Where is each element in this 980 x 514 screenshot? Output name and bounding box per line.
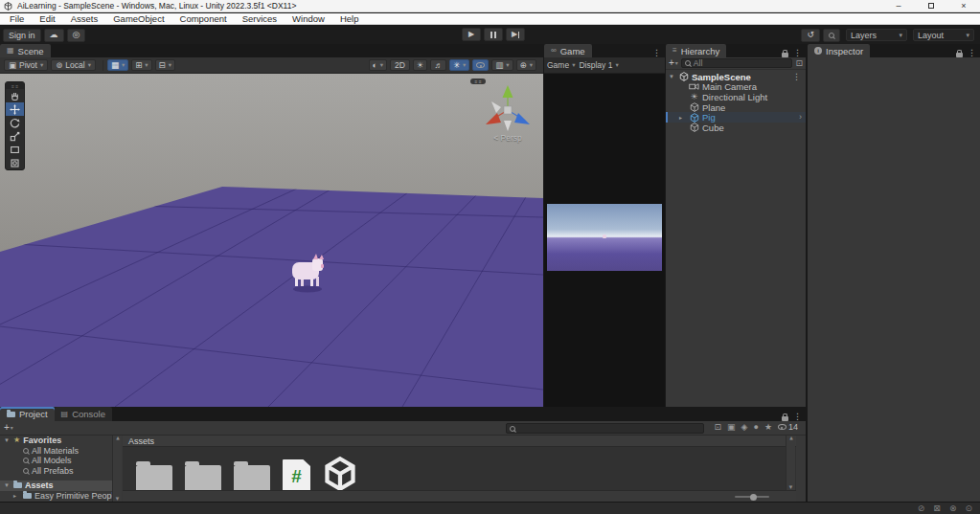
open-in-search-icon[interactable]: ⊡ bbox=[714, 423, 721, 432]
services-button[interactable]: ◎ bbox=[67, 29, 86, 42]
foldout-icon[interactable]: ▼ bbox=[4, 437, 10, 443]
tab-hierarchy[interactable]: ≡ Hierarchy bbox=[666, 44, 726, 57]
perspective-label[interactable]: < Persp bbox=[477, 133, 538, 143]
maximize-button[interactable] bbox=[915, 0, 947, 11]
gizmos-dropdown[interactable]: ⊕▾ bbox=[516, 59, 536, 71]
foldout-icon[interactable]: ▸ bbox=[679, 115, 682, 121]
pause-button[interactable] bbox=[484, 28, 503, 41]
game-mode-dropdown[interactable]: Game▾ bbox=[547, 60, 575, 70]
save-search-star-icon[interactable]: ★ bbox=[764, 423, 772, 432]
thumbnail-zoom-slider[interactable] bbox=[735, 496, 769, 498]
hierarchy-item-main-camera[interactable]: Main Camera bbox=[666, 82, 806, 93]
type-filter-icon[interactable]: ▣ bbox=[727, 423, 736, 432]
camera-settings-dropdown[interactable]: ▥▾ bbox=[491, 59, 513, 71]
foldout-icon[interactable]: ▼ bbox=[4, 482, 10, 488]
step-button[interactable]: ▶ bbox=[506, 28, 525, 41]
snap-settings-dropdown[interactable]: ⊞▾ bbox=[131, 59, 151, 71]
menu-file[interactable]: File bbox=[2, 13, 32, 24]
create-asset-button[interactable]: +▾ bbox=[4, 423, 13, 433]
status-activity-icon[interactable]: ⊠ bbox=[933, 504, 941, 513]
status-mute-icon[interactable]: ⊘ bbox=[918, 504, 925, 513]
menu-gameobject[interactable]: GameObject bbox=[105, 13, 171, 24]
tab-game[interactable]: ∞ Game bbox=[544, 44, 592, 57]
cloud-button[interactable]: ☁ bbox=[44, 29, 64, 42]
audio-toggle[interactable]: ♬ bbox=[430, 59, 446, 71]
lock-icon[interactable] bbox=[956, 53, 963, 57]
tab-project[interactable]: Project bbox=[0, 407, 55, 421]
move-tool[interactable] bbox=[6, 102, 24, 116]
tab-inspector[interactable]: i Inspector bbox=[808, 44, 870, 57]
menu-help[interactable]: Help bbox=[332, 13, 367, 24]
assets-root[interactable]: ▼ Assets bbox=[0, 480, 121, 491]
kebab-menu-icon[interactable]: ⋮ bbox=[793, 49, 802, 57]
foldout-icon[interactable]: ▼ bbox=[669, 74, 674, 79]
orientation-gizmo[interactable] bbox=[479, 81, 536, 137]
chevron-right-icon[interactable]: › bbox=[799, 113, 802, 122]
favorites-all-materials[interactable]: All Materials bbox=[0, 446, 121, 457]
status-progress-icon[interactable]: ⊙ bbox=[965, 504, 972, 513]
play-button[interactable]: ▶ bbox=[462, 28, 481, 41]
preset-icon[interactable]: ● bbox=[753, 423, 758, 432]
hierarchy-item-plane[interactable]: Plane bbox=[666, 102, 806, 113]
asset-folder[interactable] bbox=[185, 465, 221, 493]
layout-dropdown[interactable]: Layout▾ bbox=[913, 29, 974, 41]
align-tools-dropdown[interactable]: ⊟▾ bbox=[155, 59, 175, 71]
kebab-menu-icon[interactable]: ⋮ bbox=[792, 73, 801, 81]
hierarchy-item-pig[interactable]: ▸ Pig › bbox=[666, 112, 806, 123]
grid-visibility-dropdown[interactable]: ▦▾ bbox=[107, 59, 128, 71]
hidden-packages-toggle[interactable]: 14 bbox=[778, 422, 798, 432]
sidebar-scrollbar[interactable]: ▼ ▼ bbox=[112, 436, 122, 502]
favorites-all-prefabs[interactable]: All Prefabs bbox=[0, 466, 121, 477]
tab-scene[interactable]: ▦ Scene bbox=[0, 44, 51, 57]
menu-services[interactable]: Services bbox=[235, 13, 285, 24]
local-dropdown[interactable]: ⊚ Local▾ bbox=[51, 59, 96, 71]
hierarchy-root-samplescene[interactable]: ▼ SampleScene ⋮ bbox=[666, 72, 806, 82]
overlay-drag-handle[interactable]: ≡ ≡ bbox=[6, 82, 24, 89]
kebab-menu-icon[interactable]: ⋮ bbox=[793, 413, 802, 421]
close-button[interactable]: × bbox=[947, 0, 980, 11]
menu-window[interactable]: Window bbox=[285, 13, 332, 24]
transform-tool[interactable] bbox=[6, 156, 24, 169]
asset-folder[interactable] bbox=[136, 465, 172, 493]
content-scrollbar[interactable]: ▼ ▼ bbox=[786, 436, 795, 490]
undo-history-button[interactable]: ↺ bbox=[801, 29, 820, 42]
rect-tool[interactable] bbox=[6, 143, 24, 156]
favorites-all-models[interactable]: All Models bbox=[0, 456, 121, 466]
hierarchy-search-input[interactable]: All bbox=[681, 58, 793, 68]
hand-tool[interactable] bbox=[6, 89, 24, 102]
search-picker-icon[interactable]: ⊡ bbox=[795, 59, 803, 68]
scale-tool[interactable] bbox=[6, 129, 24, 143]
2d-toggle[interactable]: 2D bbox=[390, 59, 410, 71]
foldout-icon[interactable]: ▸ bbox=[13, 493, 16, 499]
shading-mode-dropdown[interactable]: ◐▾ bbox=[369, 59, 387, 71]
create-object-button[interactable]: +▾ bbox=[669, 58, 678, 68]
display-dropdown[interactable]: Display 1▾ bbox=[579, 60, 618, 70]
favorites-root[interactable]: ▼ ★ Favorites bbox=[0, 436, 121, 446]
menu-edit[interactable]: Edit bbox=[32, 13, 62, 24]
project-search-input[interactable] bbox=[506, 423, 704, 434]
scene-viewport[interactable]: ≡ ≡ ≡ ≡ bbox=[0, 74, 543, 407]
label-filter-icon[interactable]: ◈ bbox=[741, 423, 748, 432]
hierarchy-item-cube[interactable]: Cube bbox=[666, 123, 806, 133]
layers-dropdown[interactable]: Layers▾ bbox=[846, 29, 907, 41]
tab-console[interactable]: ▤ Console bbox=[55, 407, 112, 421]
asset-csharp-script[interactable]: # bbox=[283, 459, 310, 493]
sign-in-button[interactable]: Sign in bbox=[3, 29, 41, 42]
hierarchy-item-directional-light[interactable]: ☀ Directional Light bbox=[666, 92, 806, 102]
pivot-dropdown[interactable]: ▣ Pivot▾ bbox=[4, 59, 48, 71]
menu-component[interactable]: Component bbox=[172, 13, 235, 24]
lock-icon[interactable] bbox=[782, 416, 788, 421]
game-viewport[interactable] bbox=[544, 74, 665, 407]
menu-assets[interactable]: Assets bbox=[63, 13, 106, 24]
asset-unity-package[interactable] bbox=[323, 457, 357, 493]
folder-easy-primitive-people[interactable]: ▸ Easy Primitive People bbox=[0, 491, 121, 502]
minimize-button[interactable]: – bbox=[882, 0, 915, 11]
kebab-menu-icon[interactable]: ⋮ bbox=[652, 49, 661, 57]
lock-icon[interactable] bbox=[782, 53, 788, 57]
asset-folder[interactable] bbox=[234, 465, 270, 493]
scene-visibility-toggle[interactable] bbox=[472, 59, 489, 71]
effects-dropdown[interactable]: ✳▾ bbox=[449, 59, 469, 71]
status-cloud-icon[interactable]: ⊗ bbox=[949, 504, 957, 513]
kebab-menu-icon[interactable]: ⋮ bbox=[968, 49, 976, 57]
lighting-toggle[interactable]: ☀ bbox=[413, 59, 428, 71]
